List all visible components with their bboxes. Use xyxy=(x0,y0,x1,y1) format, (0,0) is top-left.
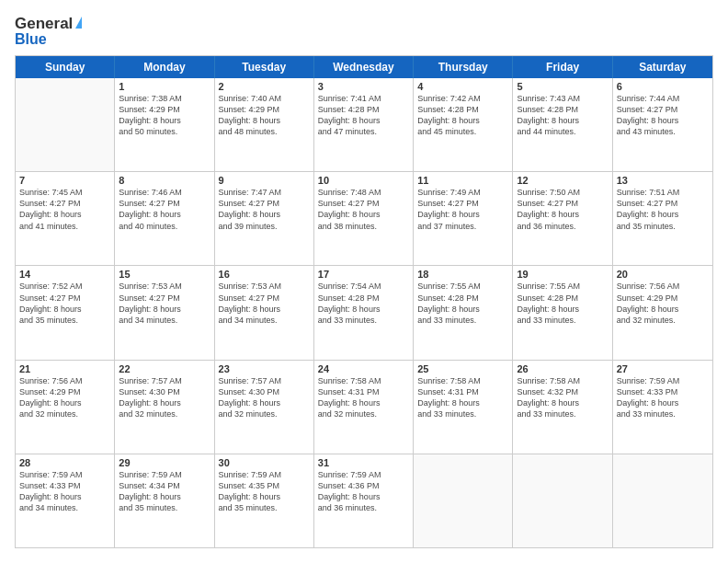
cell-info: Sunrise: 7:55 AMSunset: 4:28 PMDaylight:… xyxy=(517,281,608,326)
day-number: 24 xyxy=(318,363,409,374)
calendar-cell: 2Sunrise: 7:40 AMSunset: 4:29 PMDaylight… xyxy=(215,78,314,171)
cell-info: Sunrise: 7:48 AMSunset: 4:27 PMDaylight:… xyxy=(318,187,409,232)
day-number: 3 xyxy=(318,81,409,92)
cell-info: Sunrise: 7:58 AMSunset: 4:32 PMDaylight:… xyxy=(517,375,608,420)
cell-info: Sunrise: 7:40 AMSunset: 4:29 PMDaylight:… xyxy=(219,93,310,138)
day-number: 6 xyxy=(617,81,709,92)
calendar-week-2: 7Sunrise: 7:45 AMSunset: 4:27 PMDaylight… xyxy=(16,172,712,266)
day-number: 21 xyxy=(19,363,110,374)
calendar-cell: 26Sunrise: 7:58 AMSunset: 4:32 PMDayligh… xyxy=(513,361,612,454)
cell-info: Sunrise: 7:58 AMSunset: 4:31 PMDaylight:… xyxy=(318,375,409,420)
calendar-cell: 5Sunrise: 7:43 AMSunset: 4:28 PMDaylight… xyxy=(513,78,612,171)
day-number: 23 xyxy=(219,363,310,374)
day-number: 5 xyxy=(517,81,608,92)
page: General Blue SundayMondayTuesdayWednesda… xyxy=(0,0,728,563)
logo-blue: Blue xyxy=(15,31,47,48)
cell-info: Sunrise: 7:44 AMSunset: 4:27 PMDaylight:… xyxy=(617,93,709,138)
cell-info: Sunrise: 7:52 AMSunset: 4:27 PMDaylight:… xyxy=(19,281,110,326)
calendar-cell: 15Sunrise: 7:53 AMSunset: 4:27 PMDayligh… xyxy=(115,266,214,359)
day-number: 17 xyxy=(318,269,409,280)
header-day-thursday: Thursday xyxy=(414,56,513,78)
header-day-monday: Monday xyxy=(115,56,214,78)
cell-info: Sunrise: 7:43 AMSunset: 4:28 PMDaylight:… xyxy=(517,93,608,138)
header-day-tuesday: Tuesday xyxy=(215,56,314,78)
calendar-cell: 8Sunrise: 7:46 AMSunset: 4:27 PMDaylight… xyxy=(115,172,214,265)
cell-info: Sunrise: 7:45 AMSunset: 4:27 PMDaylight:… xyxy=(19,187,110,232)
cell-info: Sunrise: 7:59 AMSunset: 4:35 PMDaylight:… xyxy=(219,469,310,514)
calendar-cell: 18Sunrise: 7:55 AMSunset: 4:28 PMDayligh… xyxy=(414,266,513,359)
calendar-cell: 20Sunrise: 7:56 AMSunset: 4:29 PMDayligh… xyxy=(613,266,712,359)
cell-info: Sunrise: 7:57 AMSunset: 4:30 PMDaylight:… xyxy=(119,375,210,420)
day-number: 19 xyxy=(517,269,608,280)
day-number: 15 xyxy=(119,269,210,280)
cell-info: Sunrise: 7:46 AMSunset: 4:27 PMDaylight:… xyxy=(119,187,210,232)
cell-info: Sunrise: 7:51 AMSunset: 4:27 PMDaylight:… xyxy=(617,187,709,232)
day-number: 9 xyxy=(219,175,310,186)
day-number: 2 xyxy=(219,81,310,92)
calendar-cell: 6Sunrise: 7:44 AMSunset: 4:27 PMDaylight… xyxy=(613,78,712,171)
cell-info: Sunrise: 7:59 AMSunset: 4:33 PMDaylight:… xyxy=(617,375,709,420)
logo-general: General xyxy=(15,15,73,33)
calendar-cell xyxy=(414,454,513,547)
cell-info: Sunrise: 7:56 AMSunset: 4:29 PMDaylight:… xyxy=(617,281,709,326)
day-number: 8 xyxy=(119,175,210,186)
calendar-cell: 4Sunrise: 7:42 AMSunset: 4:28 PMDaylight… xyxy=(414,78,513,171)
header-day-friday: Friday xyxy=(513,56,612,78)
logo: General Blue xyxy=(15,15,82,48)
calendar-cell: 24Sunrise: 7:58 AMSunset: 4:31 PMDayligh… xyxy=(314,361,414,454)
cell-info: Sunrise: 7:59 AMSunset: 4:34 PMDaylight:… xyxy=(119,469,210,514)
calendar-cell: 16Sunrise: 7:53 AMSunset: 4:27 PMDayligh… xyxy=(215,266,314,359)
day-number: 22 xyxy=(119,363,210,374)
day-number: 29 xyxy=(119,457,210,468)
calendar-body: 1Sunrise: 7:38 AMSunset: 4:29 PMDaylight… xyxy=(16,78,712,547)
day-number: 13 xyxy=(617,175,709,186)
cell-info: Sunrise: 7:58 AMSunset: 4:31 PMDaylight:… xyxy=(417,375,508,420)
day-number: 11 xyxy=(417,175,508,186)
calendar-week-3: 14Sunrise: 7:52 AMSunset: 4:27 PMDayligh… xyxy=(16,266,712,360)
calendar-cell: 11Sunrise: 7:49 AMSunset: 4:27 PMDayligh… xyxy=(414,172,513,265)
header-day-wednesday: Wednesday xyxy=(314,56,414,78)
cell-info: Sunrise: 7:59 AMSunset: 4:36 PMDaylight:… xyxy=(318,469,409,514)
day-number: 14 xyxy=(19,269,110,280)
cell-info: Sunrise: 7:49 AMSunset: 4:27 PMDaylight:… xyxy=(417,187,508,232)
day-number: 12 xyxy=(517,175,608,186)
day-number: 4 xyxy=(417,81,508,92)
cell-info: Sunrise: 7:59 AMSunset: 4:33 PMDaylight:… xyxy=(19,469,110,514)
calendar-week-1: 1Sunrise: 7:38 AMSunset: 4:29 PMDaylight… xyxy=(16,78,712,172)
calendar-cell: 25Sunrise: 7:58 AMSunset: 4:31 PMDayligh… xyxy=(414,361,513,454)
calendar-week-4: 21Sunrise: 7:56 AMSunset: 4:29 PMDayligh… xyxy=(16,361,712,454)
calendar-cell: 9Sunrise: 7:47 AMSunset: 4:27 PMDaylight… xyxy=(215,172,314,265)
calendar-cell: 14Sunrise: 7:52 AMSunset: 4:27 PMDayligh… xyxy=(16,266,115,359)
calendar-cell: 7Sunrise: 7:45 AMSunset: 4:27 PMDaylight… xyxy=(16,172,115,265)
day-number: 1 xyxy=(119,81,210,92)
calendar-cell: 10Sunrise: 7:48 AMSunset: 4:27 PMDayligh… xyxy=(314,172,414,265)
cell-info: Sunrise: 7:38 AMSunset: 4:29 PMDaylight:… xyxy=(119,93,210,138)
cell-info: Sunrise: 7:55 AMSunset: 4:28 PMDaylight:… xyxy=(417,281,508,326)
calendar-cell: 28Sunrise: 7:59 AMSunset: 4:33 PMDayligh… xyxy=(16,454,115,547)
calendar-cell: 29Sunrise: 7:59 AMSunset: 4:34 PMDayligh… xyxy=(115,454,214,547)
cell-info: Sunrise: 7:57 AMSunset: 4:30 PMDaylight:… xyxy=(219,375,310,420)
day-number: 7 xyxy=(19,175,110,186)
day-number: 25 xyxy=(417,363,508,374)
cell-info: Sunrise: 7:42 AMSunset: 4:28 PMDaylight:… xyxy=(417,93,508,138)
day-number: 28 xyxy=(19,457,110,468)
calendar-cell: 30Sunrise: 7:59 AMSunset: 4:35 PMDayligh… xyxy=(215,454,314,547)
calendar: SundayMondayTuesdayWednesdayThursdayFrid… xyxy=(15,55,713,548)
day-number: 26 xyxy=(517,363,608,374)
day-number: 31 xyxy=(318,457,409,468)
calendar-header: SundayMondayTuesdayWednesdayThursdayFrid… xyxy=(16,56,712,78)
day-number: 16 xyxy=(219,269,310,280)
cell-info: Sunrise: 7:53 AMSunset: 4:27 PMDaylight:… xyxy=(219,281,310,326)
logo-triangle-icon xyxy=(75,17,82,29)
calendar-cell xyxy=(613,454,712,547)
calendar-cell: 21Sunrise: 7:56 AMSunset: 4:29 PMDayligh… xyxy=(16,361,115,454)
calendar-week-5: 28Sunrise: 7:59 AMSunset: 4:33 PMDayligh… xyxy=(16,454,712,547)
calendar-cell: 23Sunrise: 7:57 AMSunset: 4:30 PMDayligh… xyxy=(215,361,314,454)
cell-info: Sunrise: 7:53 AMSunset: 4:27 PMDaylight:… xyxy=(119,281,210,326)
cell-info: Sunrise: 7:41 AMSunset: 4:28 PMDaylight:… xyxy=(318,93,409,138)
cell-info: Sunrise: 7:50 AMSunset: 4:27 PMDaylight:… xyxy=(517,187,608,232)
calendar-cell: 22Sunrise: 7:57 AMSunset: 4:30 PMDayligh… xyxy=(115,361,214,454)
calendar-cell: 31Sunrise: 7:59 AMSunset: 4:36 PMDayligh… xyxy=(314,454,414,547)
calendar-cell: 12Sunrise: 7:50 AMSunset: 4:27 PMDayligh… xyxy=(513,172,612,265)
calendar-cell xyxy=(16,78,115,171)
